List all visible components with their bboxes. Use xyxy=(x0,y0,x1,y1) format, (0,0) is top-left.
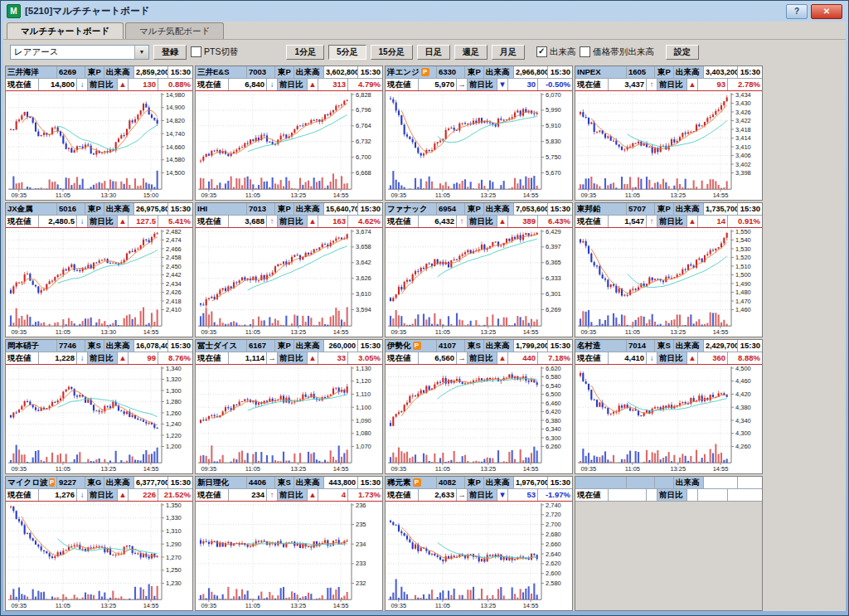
quote-time: 15:30 xyxy=(548,477,572,488)
stock-header: JX金属 5016 東P 出来高 26,975,800 15:30 現在値 2,… xyxy=(6,203,192,228)
chart-cell[interactable]: JX金属 5016 東P 出来高 26,975,800 15:30 現在値 2,… xyxy=(5,202,193,337)
volume-label: 出来高 xyxy=(674,66,704,78)
volume-value: 16,078,400 xyxy=(134,340,168,352)
svg-text:1,260: 1,260 xyxy=(166,410,182,417)
settings-button[interactable]: 設定 xyxy=(666,45,699,60)
chart-cell[interactable]: 伊勢化 P 4107 東S 出来高 1,799,200 15:30 現在値 6,… xyxy=(385,339,573,474)
current-price-label: 現在値 xyxy=(386,489,419,501)
candlestick-chart[interactable]: 2,7402,7202,7002,6802,6602,6402,6202,600… xyxy=(386,502,572,610)
svg-text:1,230: 1,230 xyxy=(166,580,182,587)
candlestick-chart[interactable]: 3,4343,4303,4263,4223,4183,4143,4103,406… xyxy=(575,91,762,200)
change-percent: 2.78% xyxy=(728,79,762,90)
change-direction-icon: ▲ xyxy=(308,79,318,90)
chart-cell[interactable]: 東邦鉛 5707 東P 出来高 1,735,700 15:30 現在値 1,54… xyxy=(575,202,763,337)
chart-cell[interactable]: 三井E&S 7003 東P 出来高 3,602,800 15:30 現在値 6,… xyxy=(195,65,383,201)
checkbox-icon[interactable]: ✓ xyxy=(536,46,547,57)
market-code: 東P xyxy=(275,66,294,78)
candlestick-chart[interactable]: 3,6743,6583,6423,6263,6103,59409:3511:05… xyxy=(196,228,382,337)
candlestick-chart[interactable]: 6,8286,7966,7646,7326,7006,66809:3511:05… xyxy=(196,91,382,200)
market-code: 東P xyxy=(655,66,674,78)
tick-direction-icon: ↑ xyxy=(647,79,657,90)
chevron-down-icon[interactable]: ▼ xyxy=(134,46,148,59)
chart-cell[interactable]: ファナック 6954 東P 出来高 7,053,600 15:30 現在値 6,… xyxy=(385,202,573,337)
volume-label: 出来高 xyxy=(294,340,324,352)
candlestick-chart[interactable]: 14,98014,90014,82014,74014,66014,58014,5… xyxy=(6,91,192,200)
close-button[interactable]: ✕ xyxy=(811,4,842,19)
volume-label: 出来高 xyxy=(294,66,324,78)
change-value: 130 xyxy=(129,79,158,90)
chart-cell[interactable]: INPEX 1605 東P 出来高 3,403,200 15:30 現在値 3,… xyxy=(575,65,763,201)
candlestick-chart[interactable]: 6,0705,9905,9105,8305,7505,67009:3511:05… xyxy=(386,91,572,200)
period-15min-button[interactable]: 15分足 xyxy=(371,45,413,60)
day-change-label: 前日比 xyxy=(468,79,497,90)
candlestick-chart[interactable]: 6,4296,3976,3656,3336,3016,26909:3511:05… xyxy=(386,228,572,337)
volume-value: 443,800 xyxy=(324,477,358,488)
volume-label: 出来高 xyxy=(104,340,134,352)
svg-text:6,764: 6,764 xyxy=(356,122,371,129)
volume-checkbox[interactable]: ✓ 出来高 xyxy=(536,46,576,58)
chart-cell[interactable]: 冨士ダイス 6167 東P 出来高 260,000 15:30 現在値 1,11… xyxy=(195,339,383,474)
current-price-value: 14,800 xyxy=(39,79,77,90)
tab-multi-quote-board[interactable]: マルチ気配ボード xyxy=(125,22,224,39)
svg-text:6,540: 6,540 xyxy=(546,382,561,390)
candlestick-chart[interactable]: 2,4822,4742,4662,4582,4502,4422,4342,426… xyxy=(6,228,192,337)
volume-checkbox-label: 出来高 xyxy=(550,46,576,58)
help-button[interactable]: ? xyxy=(786,4,808,19)
change-value: 33 xyxy=(318,352,348,364)
candlestick-chart[interactable]: 1,3401,3201,3001,2801,2601,2401,2201,200… xyxy=(6,365,192,473)
register-button[interactable]: 登録 xyxy=(153,45,187,60)
market-code: 東P xyxy=(465,203,484,215)
watchlist-select[interactable]: レアアース ▼ xyxy=(10,45,149,60)
candlestick-chart[interactable]: 6,6206,5806,5406,5006,4606,4206,3806,340… xyxy=(386,365,572,473)
svg-text:2,680: 2,680 xyxy=(546,531,561,538)
change-direction-icon: ▲ xyxy=(497,216,508,227)
svg-text:3,594: 3,594 xyxy=(356,306,371,313)
chart-cell[interactable]: 出来高 現在値 前日比 xyxy=(575,476,763,611)
period-weekly-button[interactable]: 週足 xyxy=(454,45,488,60)
tab-multi-chart-board[interactable]: マルチチャートボード xyxy=(7,22,124,39)
svg-text:6,500: 6,500 xyxy=(546,390,561,398)
svg-text:3,402: 3,402 xyxy=(735,161,751,168)
svg-text:14,820: 14,820 xyxy=(166,117,185,124)
stock-header: 洋エンジ P 6330 東P 出来高 2,966,800 15:30 現在値 5… xyxy=(386,66,572,91)
stock-name: JX金属 xyxy=(7,203,33,215)
pts-toggle-label: PTS切替 xyxy=(204,46,238,58)
period-1min-button[interactable]: 1分足 xyxy=(286,45,324,60)
svg-text:1,460: 1,460 xyxy=(735,306,751,313)
chart-cell[interactable]: マイクロ波 P 9227 東G 出来高 6,377,700 15:30 現在値 … xyxy=(5,476,193,611)
chart-cell[interactable]: 三井海洋 6269 東P 出来高 2,859,200 15:30 現在値 14,… xyxy=(5,65,193,201)
chart-cell[interactable]: 稀元素 P 4082 東P 出来高 1,976,700 15:30 現在値 2,… xyxy=(385,476,573,611)
period-daily-button[interactable]: 日足 xyxy=(417,45,450,60)
svg-text:14:55: 14:55 xyxy=(713,328,729,336)
candlestick-chart[interactable]: 4,5004,4604,4204,3804,3404,3004,26009:35… xyxy=(575,365,762,473)
candlestick-chart[interactable]: 1,1301,1201,1101,1001,0901,0801,07009:35… xyxy=(196,365,382,473)
chart-cell[interactable]: 岡本硝子 7746 東S 出来高 16,078,400 15:30 現在値 1,… xyxy=(5,339,193,474)
candlestick-chart[interactable]: 1,3501,3301,3101,2901,2701,2501,23009:35… xyxy=(6,502,192,610)
p-badge-icon: P xyxy=(49,478,55,487)
period-monthly-button[interactable]: 月足 xyxy=(492,45,525,60)
chart-cell[interactable]: IHI 7013 東P 出来高 15,640,700 15:30 現在値 3,6… xyxy=(195,202,383,337)
svg-text:1,470: 1,470 xyxy=(735,298,751,305)
chart-cell[interactable]: 洋エンジ P 6330 東P 出来高 2,966,800 15:30 現在値 5… xyxy=(385,65,573,201)
svg-text:2,740: 2,740 xyxy=(546,502,561,508)
svg-text:5,990: 5,990 xyxy=(546,106,561,114)
checkbox-icon[interactable] xyxy=(580,46,590,57)
checkbox-icon[interactable] xyxy=(191,46,201,57)
volume-label: 出来高 xyxy=(484,477,514,488)
chart-cell[interactable]: 新日理化 4406 東S 出来高 443,800 15:30 現在値 234 ↑… xyxy=(195,476,383,611)
stock-header: マイクロ波 P 9227 東G 出来高 6,377,700 15:30 現在値 … xyxy=(6,477,192,502)
period-5min-button[interactable]: 5分足 xyxy=(328,45,366,60)
svg-text:14:55: 14:55 xyxy=(333,465,349,473)
pts-toggle-checkbox[interactable]: PTS切替 xyxy=(191,46,238,58)
current-price-value: 1,276 xyxy=(39,489,77,501)
chart-cell[interactable]: 名村造 7014 東S 出来高 2,429,700 15:30 現在値 4,41… xyxy=(575,339,763,474)
day-change-label: 前日比 xyxy=(88,79,118,90)
day-change-label: 前日比 xyxy=(278,216,308,227)
tick-direction-icon: ↓ xyxy=(267,79,278,90)
volume-by-price-checkbox[interactable]: 価格帯別出来高 xyxy=(580,46,654,58)
candlestick-chart[interactable]: 23623523423323209:3511:0513:2514:55 xyxy=(196,502,382,610)
candlestick-chart[interactable]: 1,5501,5401,5301,5201,5101,5001,4901,480… xyxy=(575,228,762,337)
svg-text:11:05: 11:05 xyxy=(56,465,70,473)
svg-text:2,410: 2,410 xyxy=(166,306,182,313)
stock-code: 5016 xyxy=(57,203,85,215)
